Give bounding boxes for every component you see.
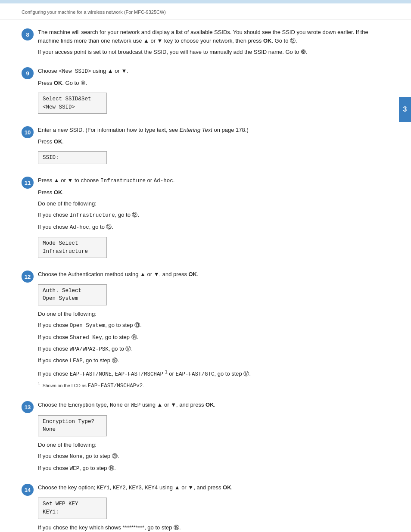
step-10-number: 10 <box>22 126 34 138</box>
step-12-lcd: Auth. SelectOpen System <box>38 284 107 306</box>
step-8-para-2: If your access point is set to not broad… <box>38 48 389 56</box>
step-12-sub-3: If you chose WPA/WPA2-PSK, go to ⑰. <box>38 345 389 354</box>
step-14-number: 14 <box>22 484 34 496</box>
chapter-tab: 3 <box>399 97 411 122</box>
step-11-para-2: Press OK. <box>38 188 389 197</box>
step-13-lcd: Encryption Type?None <box>38 415 107 437</box>
step-13-sub-1: If you chose None, go to step ⑳. <box>38 452 389 461</box>
chapter-number: 3 <box>403 106 407 113</box>
step-14-para-1: Choose the key option; KEY1, KEY2, KEY3,… <box>38 483 389 492</box>
step-14-lcd: Set WEP KEYKEY1: <box>38 498 107 519</box>
step-8-number: 8 <box>22 28 34 40</box>
step-11-para-4: If you chose Infrastructure, go to ⑫. <box>38 211 389 220</box>
step-14-content: Choose the key option; KEY1, KEY2, KEY3,… <box>38 483 389 532</box>
step-9-content: Choose <New SSID> using ▲ or ▼. Press OK… <box>38 67 389 118</box>
step-11-para-1: Press ▲ or ▼ to choose Infrastructure or… <box>38 176 389 185</box>
step-11: 11 Press ▲ or ▼ to choose Infrastructure… <box>22 176 389 262</box>
step-8-content: The machine will search for your network… <box>38 28 389 59</box>
step-11-lcd: Mode SelectInfrastructure <box>38 237 107 258</box>
page-header: Configuring your machine for a wireless … <box>0 3 411 19</box>
step-13: 13 Choose the Encryption type, None or W… <box>22 401 389 476</box>
step-9-lcd: Select SSID&Set<New SSID> <box>38 93 107 114</box>
step-13-para-1: Choose the Encryption type, None or WEP … <box>38 401 389 410</box>
step-8-para-1: The machine will search for your network… <box>38 28 389 45</box>
step-9-number: 9 <box>22 67 34 79</box>
step-12-content: Choose the Authentication method using ▲… <box>38 270 389 393</box>
step-14-sub-1: If you chose the key which shows *******… <box>38 523 389 532</box>
step-12-number: 12 <box>22 271 34 283</box>
step-10: 10 Enter a new SSID. (For information ho… <box>22 126 389 168</box>
step-13-sub-2: If you chose WEP, go to step ⑭. <box>38 464 389 473</box>
step-13-do-one: Do one of the following: <box>38 441 389 449</box>
step-12: 12 Choose the Authentication method usin… <box>22 270 389 393</box>
step-11-content: Press ▲ or ▼ to choose Infrastructure or… <box>38 176 389 262</box>
step-13-number: 13 <box>22 401 34 413</box>
step-12-para-1: Choose the Authentication method using ▲… <box>38 270 389 279</box>
step-12-sub-2: If you chose Shared Key, go to step ⑭. <box>38 333 389 342</box>
step-11-para-3: Do one of the following: <box>38 199 389 208</box>
top-bar <box>0 0 411 3</box>
step-12-do-one: Do one of the following: <box>38 310 389 318</box>
step-9-para-2: Press OK. Go to ⑩. <box>38 79 389 87</box>
main-content: 3 8 The machine will search for your net… <box>0 19 411 532</box>
step-12-sub-1: If you chose Open System, go to step ⑬. <box>38 321 389 330</box>
step-12-footnote: 1 Shown on the LCD as EAP-FAST/MSCHAPv2. <box>38 381 389 390</box>
step-10-para-1: Enter a new SSID. (For information how t… <box>38 126 389 134</box>
step-10-para-2: Press OK. <box>38 137 389 146</box>
step-11-para-5: If you chose Ad-hoc, go to ⑬. <box>38 223 389 232</box>
step-13-content: Choose the Encryption type, None or WEP … <box>38 401 389 476</box>
header-text: Configuring your machine for a wireless … <box>22 9 166 15</box>
step-10-content: Enter a new SSID. (For information how t… <box>38 126 389 168</box>
step-9: 9 Choose <New SSID> using ▲ or ▼. Press … <box>22 67 389 118</box>
step-9-para-1: Choose <New SSID> using ▲ or ▼. <box>38 67 389 76</box>
step-14: 14 Choose the key option; KEY1, KEY2, KE… <box>22 483 389 532</box>
step-11-number: 11 <box>22 177 34 189</box>
step-10-lcd: SSID: <box>38 151 107 165</box>
step-12-sub-4: If you chose LEAP, go to step ⑱. <box>38 356 389 365</box>
step-12-sub-5: If you chose EAP-FAST/NONE, EAP-FAST/MSC… <box>38 368 389 379</box>
step-8: 8 The machine will search for your netwo… <box>22 28 389 59</box>
